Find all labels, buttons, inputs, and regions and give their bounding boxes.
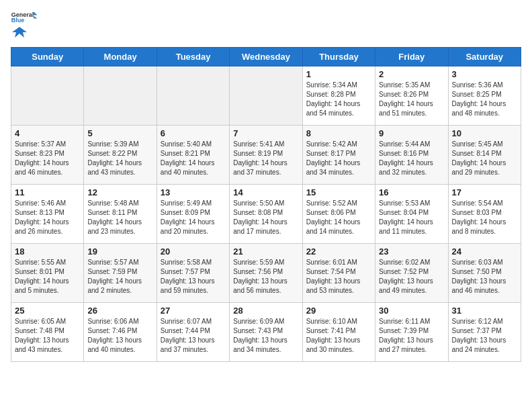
day-info: Sunrise: 5:41 AM Sunset: 8:19 PM Dayligh… [233, 140, 298, 177]
day-number: 7 [233, 128, 298, 138]
calendar-cell: 2Sunrise: 5:35 AM Sunset: 8:26 PM Daylig… [375, 66, 448, 126]
calendar-cell: 17Sunrise: 5:54 AM Sunset: 8:03 PM Dayli… [448, 185, 521, 244]
day-info: Sunrise: 5:45 AM Sunset: 8:14 PM Dayligh… [452, 140, 517, 177]
calendar-cell: 21Sunrise: 5:59 AM Sunset: 7:56 PM Dayli… [230, 244, 302, 303]
calendar-cell: 13Sunrise: 5:49 AM Sunset: 8:09 PM Dayli… [157, 185, 229, 244]
day-info: Sunrise: 6:10 AM Sunset: 7:41 PM Dayligh… [306, 317, 371, 355]
day-info: Sunrise: 6:02 AM Sunset: 7:52 PM Dayligh… [379, 258, 444, 295]
calendar-cell: 10Sunrise: 5:45 AM Sunset: 8:14 PM Dayli… [448, 126, 521, 185]
calendar-header-row: SundayMondayTuesdayWednesdayThursdayFrid… [11, 48, 521, 66]
day-info: Sunrise: 5:52 AM Sunset: 8:06 PM Dayligh… [306, 199, 371, 236]
day-header-sunday: Sunday [11, 48, 84, 66]
calendar-cell: 8Sunrise: 5:42 AM Sunset: 8:17 PM Daylig… [302, 126, 375, 185]
day-number: 16 [379, 187, 444, 197]
logo-bird-icon [12, 26, 27, 39]
calendar-cell: 28Sunrise: 6:09 AM Sunset: 7:43 PM Dayli… [230, 303, 302, 362]
calendar-week-row: 1Sunrise: 5:34 AM Sunset: 8:28 PM Daylig… [11, 66, 521, 126]
day-info: Sunrise: 5:59 AM Sunset: 7:56 PM Dayligh… [233, 258, 298, 295]
day-header-friday: Friday [375, 48, 448, 66]
day-number: 14 [233, 187, 298, 197]
day-info: Sunrise: 5:53 AM Sunset: 8:04 PM Dayligh… [379, 199, 444, 236]
calendar-cell: 30Sunrise: 6:11 AM Sunset: 7:39 PM Dayli… [375, 303, 448, 362]
day-number: 17 [452, 187, 517, 197]
day-number: 9 [379, 128, 444, 138]
calendar-cell: 27Sunrise: 6:07 AM Sunset: 7:44 PM Dayli… [157, 303, 229, 362]
day-info: Sunrise: 6:11 AM Sunset: 7:39 PM Dayligh… [379, 317, 444, 355]
calendar-cell: 19Sunrise: 5:57 AM Sunset: 7:59 PM Dayli… [84, 244, 157, 303]
day-info: Sunrise: 6:07 AM Sunset: 7:44 PM Dayligh… [161, 317, 226, 355]
day-info: Sunrise: 6:03 AM Sunset: 7:50 PM Dayligh… [452, 258, 517, 295]
day-info: Sunrise: 5:44 AM Sunset: 8:16 PM Dayligh… [379, 140, 444, 177]
day-number: 3 [452, 69, 517, 79]
logo: General Blue [11, 11, 38, 39]
day-number: 15 [306, 187, 371, 197]
day-header-wednesday: Wednesday [230, 48, 302, 66]
calendar-cell: 5Sunrise: 5:39 AM Sunset: 8:22 PM Daylig… [84, 126, 157, 185]
calendar-cell: 9Sunrise: 5:44 AM Sunset: 8:16 PM Daylig… [375, 126, 448, 185]
day-number: 27 [161, 306, 226, 316]
calendar-cell [230, 66, 302, 126]
day-number: 31 [452, 306, 517, 316]
day-number: 2 [379, 69, 444, 79]
day-info: Sunrise: 6:09 AM Sunset: 7:43 PM Dayligh… [233, 317, 298, 355]
day-number: 4 [15, 128, 80, 138]
day-info: Sunrise: 5:54 AM Sunset: 8:03 PM Dayligh… [452, 199, 517, 236]
calendar-cell: 16Sunrise: 5:53 AM Sunset: 8:04 PM Dayli… [375, 185, 448, 244]
calendar-cell: 4Sunrise: 5:37 AM Sunset: 8:23 PM Daylig… [11, 126, 84, 185]
day-number: 24 [452, 246, 517, 257]
calendar-cell: 31Sunrise: 6:12 AM Sunset: 7:37 PM Dayli… [448, 303, 521, 362]
day-number: 28 [233, 306, 298, 316]
calendar-week-row: 11Sunrise: 5:46 AM Sunset: 8:13 PM Dayli… [11, 185, 521, 244]
day-number: 5 [87, 128, 152, 138]
calendar-cell: 12Sunrise: 5:48 AM Sunset: 8:11 PM Dayli… [84, 185, 157, 244]
calendar-cell: 1Sunrise: 5:34 AM Sunset: 8:28 PM Daylig… [302, 66, 375, 126]
day-number: 29 [306, 306, 371, 316]
calendar-cell: 22Sunrise: 6:01 AM Sunset: 7:54 PM Dayli… [302, 244, 375, 303]
calendar-table: SundayMondayTuesdayWednesdayThursdayFrid… [11, 47, 521, 362]
calendar-cell: 6Sunrise: 5:40 AM Sunset: 8:21 PM Daylig… [157, 126, 229, 185]
day-info: Sunrise: 6:12 AM Sunset: 7:37 PM Dayligh… [452, 317, 517, 355]
day-info: Sunrise: 5:39 AM Sunset: 8:22 PM Dayligh… [87, 140, 152, 177]
calendar-week-row: 18Sunrise: 5:55 AM Sunset: 8:01 PM Dayli… [11, 244, 521, 303]
calendar-cell: 11Sunrise: 5:46 AM Sunset: 8:13 PM Dayli… [11, 185, 84, 244]
day-number: 18 [15, 246, 80, 257]
svg-marker-3 [34, 16, 37, 19]
day-header-saturday: Saturday [448, 48, 521, 66]
day-number: 1 [306, 69, 371, 79]
day-number: 21 [233, 246, 298, 257]
calendar-week-row: 25Sunrise: 6:05 AM Sunset: 7:48 PM Dayli… [11, 303, 521, 362]
calendar-cell: 15Sunrise: 5:52 AM Sunset: 8:06 PM Dayli… [302, 185, 375, 244]
day-number: 22 [306, 246, 371, 257]
day-info: Sunrise: 5:46 AM Sunset: 8:13 PM Dayligh… [15, 199, 80, 236]
day-info: Sunrise: 6:06 AM Sunset: 7:46 PM Dayligh… [87, 317, 152, 355]
header: General Blue [11, 11, 521, 39]
day-header-monday: Monday [84, 48, 157, 66]
day-number: 13 [161, 187, 226, 197]
day-number: 10 [452, 128, 517, 138]
day-number: 20 [161, 246, 226, 257]
day-info: Sunrise: 5:36 AM Sunset: 8:25 PM Dayligh… [452, 81, 517, 118]
logo-svg: General Blue [11, 11, 38, 23]
day-header-thursday: Thursday [302, 48, 375, 66]
day-number: 30 [379, 306, 444, 316]
day-number: 26 [87, 306, 152, 316]
day-info: Sunrise: 5:50 AM Sunset: 8:08 PM Dayligh… [233, 199, 298, 236]
svg-text:Blue: Blue [11, 17, 25, 23]
day-info: Sunrise: 6:01 AM Sunset: 7:54 PM Dayligh… [306, 258, 371, 295]
day-info: Sunrise: 5:37 AM Sunset: 8:23 PM Dayligh… [15, 140, 80, 177]
calendar-cell: 7Sunrise: 5:41 AM Sunset: 8:19 PM Daylig… [230, 126, 302, 185]
calendar-cell: 26Sunrise: 6:06 AM Sunset: 7:46 PM Dayli… [84, 303, 157, 362]
day-info: Sunrise: 5:34 AM Sunset: 8:28 PM Dayligh… [306, 81, 371, 118]
calendar-cell: 14Sunrise: 5:50 AM Sunset: 8:08 PM Dayli… [230, 185, 302, 244]
day-info: Sunrise: 5:58 AM Sunset: 7:57 PM Dayligh… [161, 258, 226, 295]
day-info: Sunrise: 5:42 AM Sunset: 8:17 PM Dayligh… [306, 140, 371, 177]
svg-marker-2 [34, 11, 37, 15]
day-number: 11 [15, 187, 80, 197]
calendar-cell: 24Sunrise: 6:03 AM Sunset: 7:50 PM Dayli… [448, 244, 521, 303]
calendar-cell [84, 66, 157, 126]
day-info: Sunrise: 6:05 AM Sunset: 7:48 PM Dayligh… [15, 317, 80, 355]
day-number: 19 [87, 246, 152, 257]
calendar-cell [157, 66, 229, 126]
day-info: Sunrise: 5:48 AM Sunset: 8:11 PM Dayligh… [87, 199, 152, 236]
day-info: Sunrise: 5:57 AM Sunset: 7:59 PM Dayligh… [87, 258, 152, 295]
